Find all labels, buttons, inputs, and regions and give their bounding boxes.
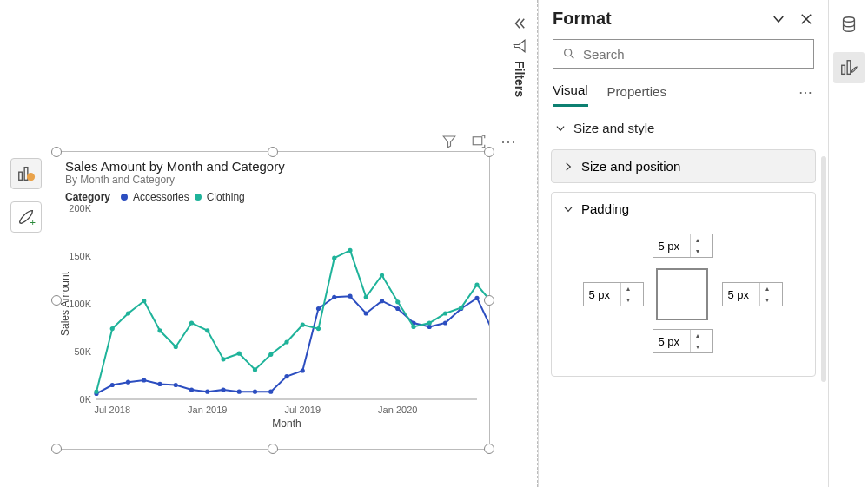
padding-left-value[interactable] (584, 288, 620, 301)
filters-pane-label[interactable]: Filters (513, 61, 527, 97)
svg-point-55 (284, 339, 288, 344)
legend-title: Category (65, 191, 110, 203)
visual-more-icon[interactable]: ⋯ (500, 132, 516, 151)
resize-handle[interactable] (51, 147, 62, 157)
step-up[interactable]: ▴ (691, 330, 706, 341)
resize-handle[interactable] (51, 444, 62, 454)
svg-point-30 (301, 368, 305, 372)
svg-point-27 (253, 390, 257, 394)
svg-text:Jul 2019: Jul 2019 (284, 405, 321, 415)
step-up[interactable]: ▴ (621, 283, 636, 294)
legend-label-accessories: Accessories (133, 191, 189, 203)
svg-point-33 (348, 294, 352, 299)
tab-visual[interactable]: Visual (553, 77, 588, 107)
report-canvas[interactable]: + ⋯ Sales Amount by Month and Category B… (0, 0, 537, 487)
resize-handle[interactable] (484, 444, 494, 454)
svg-point-64 (427, 320, 432, 325)
svg-point-32 (332, 295, 336, 299)
chart-subtitle: By Month and Category (56, 174, 489, 191)
svg-point-47 (157, 328, 162, 332)
resize-handle[interactable] (268, 147, 278, 157)
svg-text:Sales Amount: Sales Amount (59, 271, 71, 336)
resize-handle[interactable] (268, 444, 278, 454)
format-visual-button[interactable]: + (10, 201, 42, 233)
svg-point-65 (443, 311, 447, 315)
chart-visual[interactable]: Sales Amount by Month and Category By Mo… (56, 151, 490, 450)
svg-text:Jan 2019: Jan 2019 (188, 405, 227, 415)
step-down[interactable]: ▾ (691, 341, 706, 352)
padding-bottom-input[interactable]: ▴▾ (653, 329, 713, 353)
format-pane-title: Format (553, 9, 759, 29)
card-label: Padding (581, 201, 629, 216)
svg-text:50K: 50K (74, 346, 91, 357)
svg-text:+: + (30, 217, 36, 227)
svg-point-43 (94, 390, 98, 394)
svg-point-20 (142, 378, 146, 382)
svg-point-52 (237, 352, 242, 356)
legend-dot-clothing (195, 194, 202, 201)
resize-handle[interactable] (484, 147, 494, 157)
card-padding: Padding ▴▾ ▴▾ ▴▾ (551, 192, 816, 377)
collapse-chevrons-icon[interactable] (512, 16, 527, 31)
search-input[interactable] (583, 47, 805, 62)
padding-top-value[interactable] (653, 240, 690, 253)
svg-point-67 (474, 282, 479, 286)
legend-dot-accessories (121, 194, 128, 201)
search-icon (562, 47, 576, 61)
filter-icon[interactable] (441, 134, 457, 149)
build-visual-button[interactable] (10, 158, 42, 189)
svg-point-69 (565, 49, 572, 56)
data-pane-button[interactable] (833, 9, 865, 40)
padding-top-input[interactable]: ▴▾ (653, 234, 713, 258)
svg-text:100K: 100K (69, 299, 91, 309)
step-up[interactable]: ▴ (691, 234, 706, 246)
svg-point-2 (27, 173, 35, 181)
svg-point-23 (189, 387, 194, 392)
svg-point-50 (205, 328, 209, 332)
svg-point-60 (364, 295, 368, 299)
svg-point-21 (157, 382, 162, 386)
chevron-down-icon[interactable] (771, 11, 786, 27)
format-pane-button[interactable] (833, 52, 865, 83)
focus-mode-icon[interactable] (471, 134, 487, 149)
card-size-and-position[interactable]: Size and position (551, 149, 816, 183)
padding-right-value[interactable] (723, 288, 759, 301)
svg-point-36 (395, 306, 400, 311)
close-icon[interactable] (798, 11, 814, 27)
tabs-more-icon[interactable]: ⋯ (798, 84, 814, 101)
legend-label-clothing: Clothing (207, 191, 245, 203)
tab-properties[interactable]: Properties (607, 79, 666, 106)
card-label: Size and position (581, 159, 680, 174)
padding-bottom-value[interactable] (653, 335, 690, 348)
step-down[interactable]: ▾ (621, 294, 636, 306)
svg-point-61 (380, 273, 384, 277)
visual-mini-toolbar: + (10, 158, 42, 233)
svg-point-56 (301, 323, 305, 327)
padding-editor: ▴▾ ▴▾ ▴▾ ▴▾ (580, 230, 788, 360)
chevron-down-icon (562, 203, 574, 215)
svg-text:Month: Month (272, 418, 301, 430)
svg-point-44 (110, 326, 115, 331)
filters-funnel-icon[interactable] (512, 38, 527, 54)
svg-point-63 (411, 325, 415, 329)
svg-point-24 (205, 390, 209, 394)
card-padding-header[interactable]: Padding (552, 193, 815, 225)
database-icon (839, 15, 858, 34)
svg-point-34 (364, 311, 368, 315)
svg-rect-72 (847, 61, 851, 75)
bar-chart-icon (17, 164, 36, 183)
step-down[interactable]: ▾ (691, 246, 706, 257)
svg-point-59 (348, 248, 352, 253)
section-size-and-style[interactable]: Size and style (551, 115, 816, 141)
svg-point-31 (316, 306, 321, 311)
step-down[interactable]: ▾ (760, 294, 775, 306)
svg-point-35 (380, 299, 384, 303)
scrollbar[interactable] (821, 156, 826, 382)
step-up[interactable]: ▴ (760, 283, 775, 294)
padding-left-input[interactable]: ▴▾ (583, 282, 644, 306)
format-search-box[interactable] (553, 39, 814, 69)
format-tabs: Visual Properties ⋯ (539, 77, 828, 107)
padding-right-input[interactable]: ▴▾ (722, 282, 783, 306)
resize-handle[interactable] (484, 295, 494, 306)
resize-handle[interactable] (51, 295, 62, 306)
